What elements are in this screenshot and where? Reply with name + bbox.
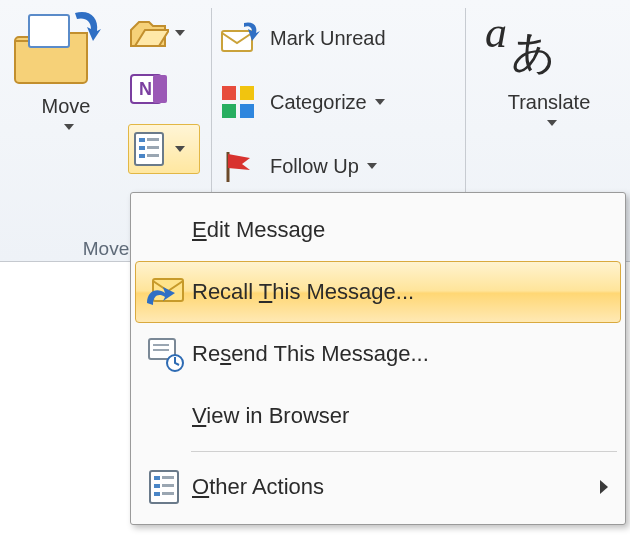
svg-rect-11: [147, 154, 159, 157]
mark-unread-button[interactable]: Mark Unread: [220, 12, 386, 64]
svg-text:N: N: [139, 79, 152, 99]
move-label: Move: [11, 95, 121, 117]
open-folder-icon: [129, 16, 169, 50]
categorize-button[interactable]: Categorize: [220, 76, 385, 128]
recall-envelope-icon: [140, 273, 192, 311]
dropdown-caret-icon: [175, 146, 185, 152]
svg-rect-15: [222, 104, 236, 118]
svg-rect-29: [162, 484, 174, 487]
mark-unread-label: Mark Unread: [270, 27, 386, 50]
svg-rect-7: [147, 138, 159, 141]
actions-split-button[interactable]: [128, 124, 200, 174]
menu-item-label: Other Actions: [192, 474, 600, 500]
svg-text:a: a: [485, 8, 507, 57]
menu-item-label: View in Browser: [192, 403, 614, 429]
menu-item-label: Resend This Message...: [192, 341, 614, 367]
actions-list-icon: [140, 469, 192, 505]
menu-item-label: Recall This Message...: [192, 279, 614, 305]
actions-list-icon: [133, 131, 169, 167]
svg-rect-6: [139, 138, 145, 142]
dropdown-caret-icon: [375, 99, 385, 105]
svg-rect-10: [139, 154, 145, 158]
svg-rect-8: [139, 146, 145, 150]
menu-item-resend-message[interactable]: Resend This Message...: [135, 323, 621, 385]
flag-icon: [220, 148, 260, 184]
categorize-icon: [220, 84, 260, 120]
onenote-button[interactable]: N: [128, 66, 200, 112]
resend-icon: [140, 335, 192, 373]
menu-item-edit-message[interactable]: Edit Message: [135, 199, 621, 261]
svg-rect-16: [240, 104, 254, 118]
categorize-label: Categorize: [270, 91, 367, 114]
svg-rect-1: [29, 15, 69, 47]
dropdown-caret-icon: [481, 115, 617, 129]
follow-up-label: Follow Up: [270, 155, 359, 178]
translate-label: Translate: [481, 91, 617, 113]
svg-rect-3: [153, 75, 167, 103]
menu-item-label: Edit Message: [192, 217, 614, 243]
dropdown-caret-icon: [367, 163, 377, 169]
translate-button[interactable]: a あ Translate: [480, 6, 618, 198]
svg-rect-28: [154, 484, 160, 488]
dropdown-caret-icon: [175, 30, 185, 36]
svg-rect-27: [162, 476, 174, 479]
svg-rect-30: [154, 492, 160, 496]
menu-item-view-in-browser[interactable]: View in Browser: [135, 385, 621, 447]
envelope-unread-icon: [220, 21, 260, 55]
move-button[interactable]: Move: [10, 6, 122, 198]
menu-item-other-actions[interactable]: Other Actions: [135, 456, 621, 518]
svg-rect-31: [162, 492, 174, 495]
svg-rect-26: [154, 476, 160, 480]
move-to-folder-button[interactable]: [128, 10, 200, 56]
translate-icon: a あ: [481, 7, 617, 85]
onenote-icon: N: [129, 71, 169, 107]
svg-rect-13: [222, 86, 236, 100]
dropdown-caret-icon: [11, 119, 121, 133]
move-folder-icon: [11, 7, 121, 89]
submenu-arrow-icon: [600, 480, 608, 494]
svg-rect-12: [222, 31, 252, 51]
follow-up-button[interactable]: Follow Up: [220, 140, 377, 192]
svg-rect-14: [240, 86, 254, 100]
svg-rect-9: [147, 146, 159, 149]
svg-text:あ: あ: [511, 27, 556, 76]
menu-separator: [191, 451, 617, 452]
menu-item-recall-message[interactable]: Recall This Message...: [135, 261, 621, 323]
actions-menu: Edit Message Recall This Message... Rese…: [130, 192, 626, 525]
